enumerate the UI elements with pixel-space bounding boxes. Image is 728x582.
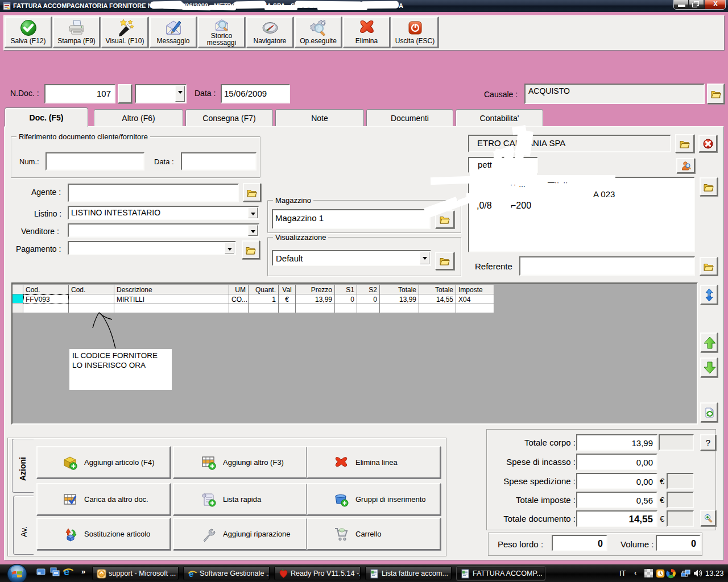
svg-text:e: e [64,566,69,577]
svg-text:e: e [189,569,193,579]
